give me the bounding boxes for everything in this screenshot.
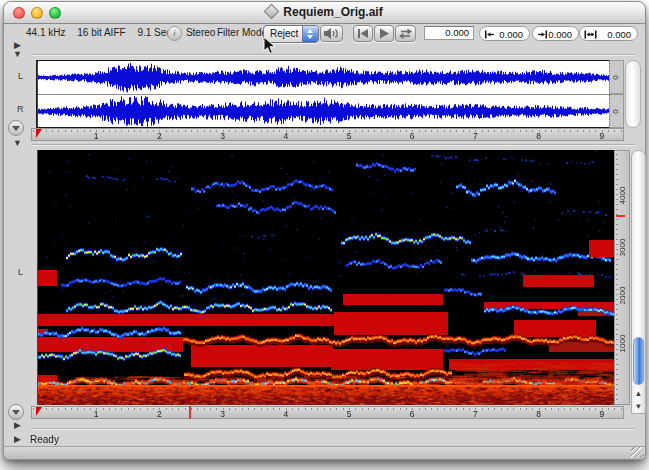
ruler-tick <box>267 130 268 132</box>
ruler-tick <box>84 130 85 132</box>
waveform-scrollbar-track[interactable] <box>625 60 641 128</box>
ruler-label: 1 <box>86 131 106 141</box>
ruler-label: 2 <box>149 409 169 419</box>
ruler-tick <box>425 130 426 132</box>
play-icon <box>376 27 392 40</box>
ruler-tick <box>501 130 502 132</box>
waveform-left-canvas[interactable] <box>37 61 609 94</box>
ruler-tick <box>387 130 388 132</box>
position-field[interactable]: 0.000 <box>424 26 474 40</box>
ruler-tick <box>393 130 394 132</box>
ruler-tick <box>140 130 141 132</box>
splitter-groove[interactable] <box>31 54 635 56</box>
freq-tick <box>616 399 618 400</box>
ruler-tick <box>450 408 451 410</box>
vertical-scrollbar[interactable]: ▲ ▼ <box>631 150 646 414</box>
ruler-tick <box>298 408 299 410</box>
ruler-tick <box>115 408 116 410</box>
status-disclosure-icon[interactable]: ▶ <box>14 435 21 444</box>
spectrogram-channel-label: L <box>18 267 23 277</box>
title-bar[interactable]: Requiem_Orig.aif <box>4 2 645 24</box>
scroll-up-icon[interactable]: ▲ <box>632 387 645 400</box>
ruler-tick <box>84 408 85 410</box>
ruler-tick <box>368 130 369 132</box>
ruler-tick <box>46 130 47 132</box>
ruler-tick <box>134 130 135 132</box>
freq-tick <box>616 369 618 370</box>
ruler-tick <box>267 408 268 410</box>
filter-mode-label: Filter Mode <box>217 23 267 42</box>
ruler-options-button[interactable] <box>8 404 24 420</box>
ruler-tick <box>570 408 571 410</box>
selection-end-field[interactable]: 0.000 <box>532 26 579 41</box>
ruler-tick <box>254 130 255 132</box>
ruler-tick <box>191 408 192 410</box>
freq-tick <box>616 264 618 265</box>
spectrogram-panel[interactable] <box>37 150 614 405</box>
ruler-tick <box>368 408 369 410</box>
loop-icon <box>397 27 414 40</box>
spectrogram-disclosure-icon[interactable]: ▼ <box>13 139 22 148</box>
ruler-tick <box>513 408 514 410</box>
freq-tick <box>616 324 618 325</box>
file-info-text: 44.1 kHz 16 bit AIFF 9.1 Sec. Stereo <box>26 23 224 42</box>
window-title: Requiem_Orig.aif <box>283 5 382 19</box>
ruler-tick <box>242 130 243 132</box>
ruler-tick <box>58 408 59 410</box>
freq-tick <box>616 374 618 375</box>
ruler-label: 7 <box>465 131 485 141</box>
spectrogram-canvas[interactable] <box>37 150 614 405</box>
scrollbar-thumb[interactable] <box>633 337 644 385</box>
frequency-ruler[interactable]: 4000300020001000 <box>614 150 630 405</box>
ruler-tick <box>134 408 135 410</box>
ruler-tick <box>273 130 274 132</box>
splitter-groove[interactable] <box>31 428 635 430</box>
ruler-tick <box>501 408 502 410</box>
ruler-tick <box>77 130 78 132</box>
ruler-tick <box>317 130 318 132</box>
ruler-label: 4 <box>276 131 296 141</box>
ruler-tick <box>65 408 66 410</box>
go-to-start-button[interactable] <box>353 25 373 42</box>
volume-button[interactable] <box>320 25 343 42</box>
loop-button[interactable] <box>395 25 416 42</box>
amplitude-scale-right: 0 <box>609 94 624 128</box>
ruler-label: 7 <box>465 409 485 419</box>
ruler-tick <box>558 130 559 132</box>
waveform-right-canvas[interactable] <box>37 95 609 128</box>
time-ruler-top[interactable]: 123456789 <box>31 128 624 141</box>
ruler-tick <box>128 130 129 132</box>
ruler-tick <box>444 130 445 132</box>
ruler-tick <box>570 130 571 132</box>
ruler-tick <box>507 130 508 132</box>
selection-end-value: 0.000 <box>548 28 572 41</box>
info-icon[interactable]: i <box>167 26 182 41</box>
resize-grip[interactable] <box>631 447 644 458</box>
selection-start-field[interactable]: 0.000 <box>479 26 530 41</box>
ruler-options-button[interactable] <box>8 120 24 136</box>
ruler-tick <box>58 130 59 132</box>
ruler-tick <box>235 408 236 410</box>
popup-arrow-icon <box>12 410 20 415</box>
freq-tick <box>616 384 618 385</box>
selection-length-field[interactable]: 0.000 <box>579 26 638 41</box>
freq-tick <box>616 379 618 380</box>
freq-tick <box>616 159 618 160</box>
ruler-tick <box>437 130 438 132</box>
ruler-tick <box>305 408 306 410</box>
waveform-disclosure-icon[interactable]: ▼ <box>13 50 22 59</box>
ruler-tick <box>121 408 122 410</box>
disclosure-collapsed-icon[interactable]: ▶ <box>14 421 21 430</box>
waveform-panel[interactable] <box>36 60 610 128</box>
scroll-down-icon[interactable]: ▼ <box>632 400 645 413</box>
status-text: Ready <box>30 434 59 445</box>
ruler-tick <box>564 130 565 132</box>
play-button[interactable] <box>374 25 394 42</box>
ruler-tick <box>311 408 312 410</box>
ruler-tick <box>362 408 363 410</box>
time-ruler-bottom[interactable]: 123456789 <box>31 406 624 419</box>
freq-tick <box>616 179 618 180</box>
splitter-groove[interactable] <box>31 144 635 146</box>
ruler-tick <box>178 408 179 410</box>
ruler-tick <box>317 408 318 410</box>
